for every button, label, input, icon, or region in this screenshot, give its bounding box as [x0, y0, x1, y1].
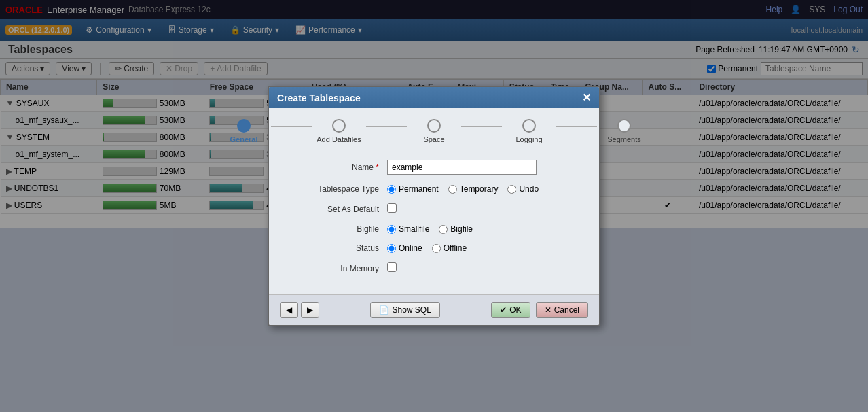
create-tablespace-modal: Create Tablespace ✕ General Add Datafile… — [268, 86, 600, 228]
radio-smallfile-input[interactable] — [387, 225, 396, 229]
name-label: Name — [285, 162, 387, 172]
wizard-step-space-label: Space — [423, 135, 444, 143]
form-row-default: Set As Default — [285, 203, 583, 215]
form-row-bigfile: Bigfile Smallfile Bigfile — [285, 224, 583, 228]
wizard-connector-4 — [556, 126, 597, 127]
radio-smallfile[interactable]: Smallfile — [387, 224, 429, 228]
wizard-step-datafiles-circle — [332, 119, 346, 133]
bigfile-label: Bigfile — [285, 224, 387, 228]
wizard-step-add-datafiles[interactable]: Add Datafiles — [312, 119, 366, 143]
radio-permanent-label: Permanent — [399, 184, 439, 194]
wizard-step-logging[interactable]: Logging — [502, 119, 556, 143]
radio-bigfile-input[interactable] — [439, 225, 448, 229]
set-default-value — [387, 203, 583, 215]
modal-close-button[interactable]: ✕ — [582, 91, 591, 104]
radio-undo-input[interactable] — [507, 185, 516, 194]
radio-undo[interactable]: Undo — [507, 184, 539, 194]
wizard-step-general-circle — [237, 119, 251, 133]
modal-overlay: Create Tablespace ✕ General Add Datafile… — [0, 0, 868, 228]
wizard-step-general[interactable]: General — [217, 119, 271, 143]
wizard-step-segments[interactable]: Segments — [597, 119, 651, 143]
radio-temporary-input[interactable] — [448, 185, 457, 194]
radio-temporary-label: Temporary — [460, 184, 499, 194]
set-default-checkbox[interactable] — [387, 203, 397, 213]
ts-type-label: Tablespace Type — [285, 184, 387, 194]
form-row-ts-type: Tablespace Type Permanent Temporary Undo — [285, 184, 583, 194]
wizard-connector-1 — [271, 126, 312, 127]
wizard-connector-3 — [461, 126, 502, 127]
radio-temporary[interactable]: Temporary — [448, 184, 499, 194]
wizard-step-datafiles-label: Add Datafiles — [317, 135, 361, 143]
wizard-step-segments-circle — [617, 119, 631, 133]
wizard-step-space[interactable]: Space — [407, 119, 461, 143]
radio-permanent-input[interactable] — [387, 185, 396, 194]
radio-smallfile-label: Smallfile — [399, 224, 429, 228]
radio-permanent[interactable]: Permanent — [387, 184, 439, 194]
wizard-step-segments-label: Segments — [607, 135, 641, 143]
name-input[interactable] — [387, 160, 537, 175]
modal-title: Create Tablespace — [277, 92, 361, 103]
ts-type-options: Permanent Temporary Undo — [387, 184, 583, 194]
name-value — [387, 160, 583, 175]
wizard-step-space-circle — [427, 119, 441, 133]
radio-bigfile[interactable]: Bigfile — [439, 224, 473, 228]
wizard-step-logging-circle — [522, 119, 536, 133]
wizard-connector-2 — [366, 126, 407, 127]
radio-undo-label: Undo — [519, 184, 539, 194]
bigfile-options: Smallfile Bigfile — [387, 224, 583, 228]
modal-form: Name Tablespace Type Permanent Temporary — [269, 149, 599, 228]
wizard-step-general-label: General — [230, 135, 258, 143]
wizard-steps: General Add Datafiles Space Logging Segm… — [269, 108, 599, 149]
radio-bigfile-label: Bigfile — [450, 224, 473, 228]
modal-title-bar: Create Tablespace ✕ — [269, 87, 599, 108]
wizard-step-logging-label: Logging — [516, 135, 542, 143]
form-row-name: Name — [285, 160, 583, 175]
set-default-label: Set As Default — [285, 205, 387, 214]
